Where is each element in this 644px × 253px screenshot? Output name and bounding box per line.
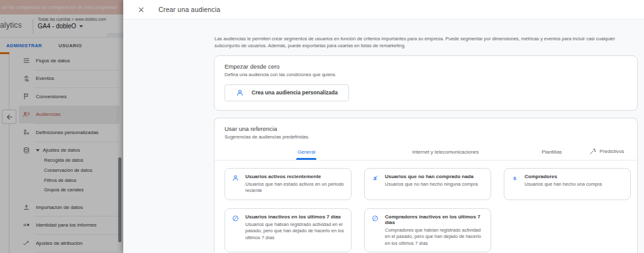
create-audience-dialog: Crear una audiencia Las audiencias le pe… <box>123 0 644 253</box>
section-title: Empezar desde cero <box>225 63 627 70</box>
section-title: Usar una referencia <box>214 125 637 132</box>
dialog-header: Crear una audiencia <box>123 0 644 19</box>
section-subtitle: Defina una audiencia con las condiciones… <box>225 72 627 77</box>
screen: se ha completado la configuración de est… <box>0 0 644 253</box>
dialog-body: Las audiencias le permiten crear segment… <box>123 19 644 253</box>
audience-suggestions-grid: Usuarios activos recientemente Usuarios … <box>214 160 637 253</box>
dialog-title: Crear una audiencia <box>158 6 220 13</box>
close-icon[interactable] <box>136 4 146 14</box>
card-title: Compradores inactivos en los últimos 7 d… <box>385 214 484 225</box>
card-title: Compradores <box>525 174 602 179</box>
audience-card-no-han-comprado[interactable]: $ Usuarios que no han comprado nada Usua… <box>364 168 491 200</box>
card-title: Usuarios inactivos en los últimos 7 días <box>245 214 345 220</box>
audience-intro-text: Las audiencias le permiten crear segment… <box>214 35 638 50</box>
tab-plantillas[interactable]: Plantillas <box>541 149 562 160</box>
start-from-scratch-panel: Empezar desde cero Defina una audiencia … <box>214 55 638 111</box>
tab-predictivos[interactable]: Predictivos <box>589 148 624 160</box>
audience-card-usuarios-activos[interactable]: Usuarios activos recientemente Usuarios … <box>225 168 352 200</box>
person-icon <box>231 174 240 182</box>
card-description: Usuarios que han estado activos en un pe… <box>245 181 345 194</box>
card-description: Compradores que habían registrado activi… <box>385 227 484 247</box>
card-description: Usuarios que no han hecho ninguna compra <box>385 181 478 188</box>
card-description: Usuarios que habían registrado actividad… <box>245 222 345 242</box>
tab-internet-y-telecomunicaciones[interactable]: Internet y telecomunicaciones <box>412 149 479 160</box>
card-description: Usuarios que han hecho una compra <box>525 181 602 188</box>
person-icon <box>236 89 244 97</box>
modal-scrim[interactable] <box>0 0 123 253</box>
section-subtitle: Sugerencias de audiencias predefinidas. <box>214 134 637 140</box>
audience-card-compradores-inactivos-7-dias[interactable]: Compradores inactivos en los últimos 7 d… <box>364 208 491 253</box>
card-title: Usuarios activos recientemente <box>245 174 345 179</box>
magic-wand-icon <box>589 148 596 155</box>
audience-card-compradores[interactable]: $ Compradores Usuarios que han hecho una… <box>504 168 631 200</box>
use-reference-panel: Usar una referencia Sugerencias de audie… <box>214 118 638 253</box>
button-label: Crea una audiencia personalizada <box>252 89 338 96</box>
card-title: Usuarios que no han comprado nada <box>385 174 478 179</box>
block-icon <box>371 214 379 222</box>
tab-general[interactable]: General <box>297 149 315 160</box>
create-custom-audience-button[interactable]: Crea una audiencia personalizada <box>225 84 349 101</box>
tab-label: Predictivos <box>599 149 624 154</box>
block-icon <box>231 214 240 222</box>
dollar-icon: $ <box>511 174 519 182</box>
money-off-icon: $ <box>371 174 379 182</box>
svg-text:$: $ <box>513 175 516 181</box>
reference-tab-bar: General Internet y telecomunicaciones Pl… <box>214 145 637 160</box>
audience-card-usuarios-inactivos-7-dias[interactable]: Usuarios inactivos en los últimos 7 días… <box>225 208 352 253</box>
